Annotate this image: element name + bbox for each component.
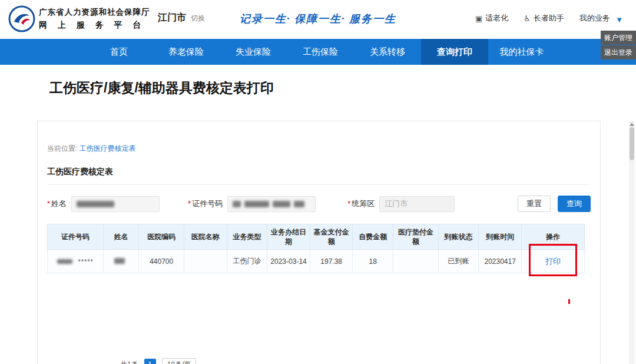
redacted-id-segment [294, 201, 304, 207]
cell-business-type: 工伤门诊 [227, 250, 267, 273]
wheelchair-icon: ♿ [524, 14, 531, 23]
nav-item-unemployment[interactable]: 失业保险 [220, 39, 287, 65]
name-input[interactable] [71, 196, 160, 212]
page-title: 工伤医疗/康复/辅助器具费核定表打印 [49, 79, 274, 97]
breadcrumb-label: 当前位置: [47, 144, 77, 153]
required-mark: * [47, 199, 50, 208]
nav-item-work-injury[interactable]: 工伤保险 [287, 39, 354, 65]
scrollbar-thumb[interactable] [630, 127, 634, 160]
cell-name [103, 250, 139, 273]
pagination: 共1条 1 10条/页 [120, 358, 196, 364]
region-value: 江门市 [385, 198, 408, 209]
accessibility-icon: ▣ [475, 14, 482, 23]
account-menu-caret-icon[interactable]: ▼ [615, 15, 623, 24]
my-business-label: 我的业务 [579, 13, 610, 24]
my-business-button[interactable]: 我的业务 [579, 13, 610, 24]
col-header-arrival-time: 到账时间 [479, 224, 522, 250]
required-mark: * [188, 199, 191, 208]
app-window: 广东省人力资源和社会保障厅 网 上 服 务 平 台 江门市 切换 记录一生· 保… [0, 0, 636, 364]
cell-id-number: ***** [48, 250, 104, 273]
nav-item-pension[interactable]: 养老保险 [153, 39, 220, 65]
nav-item-home[interactable]: 首页 [85, 39, 153, 65]
cell-hospital-name [184, 250, 227, 273]
cell-hospital-code: 440700 [139, 250, 184, 273]
results-table: 证件号码 姓名 医院编码 医院名称 业务类型 业务办结日期 基金支付金额 自费金… [47, 224, 585, 273]
col-header-arrival-status: 到账状态 [438, 224, 479, 250]
menu-item-account-management[interactable]: 账户管理 [601, 31, 636, 45]
vertical-scrollbar[interactable] [629, 121, 635, 364]
accessibility-label: 适老化 [485, 13, 508, 24]
redacted-id-segment [244, 201, 269, 207]
redacted-id-segment [233, 201, 241, 207]
cell-action: 打印 [521, 250, 584, 273]
breadcrumb-current-link[interactable]: 工伤医疗费核定表 [80, 144, 136, 153]
nav-item-transfer[interactable]: 关系转移 [354, 39, 421, 65]
section-title: 工伤医疗费核定表 [47, 167, 591, 185]
header-toolbar: ▣ 适老化 ♿ 长者助手 我的业务 [475, 13, 610, 24]
redacted-name-value [77, 201, 114, 207]
query-button[interactable]: 查询 [558, 196, 591, 212]
col-header-name: 姓名 [103, 224, 139, 250]
print-link[interactable]: 打印 [545, 257, 561, 266]
cell-fund-amount: 197.38 [310, 250, 353, 273]
cell-finish-date: 2023-03-14 [267, 250, 310, 273]
page-number-button[interactable]: 1 [144, 359, 156, 364]
col-header-hospital-name: 医院名称 [184, 224, 227, 250]
col-header-hospital-code: 医院编码 [139, 224, 184, 250]
elder-helper-label: 长者助手 [534, 13, 564, 24]
region-field-label: *统筹区 [347, 198, 375, 209]
table-header-row: 证件号码 姓名 医院编码 医院名称 业务类型 业务办结日期 基金支付金额 自费金… [48, 224, 585, 250]
cell-advance-amount [393, 250, 439, 273]
breadcrumb: 当前位置: 工伤医疗费核定表 [47, 144, 591, 154]
page-size-select[interactable]: 10条/页 [162, 358, 197, 364]
cell-arrival-status: 已到账 [438, 250, 479, 273]
nav-item-query-print[interactable]: 查询打印 [421, 39, 488, 65]
cell-arrival-time: 20230417 [479, 250, 522, 273]
col-header-finish-date: 业务办结日期 [267, 224, 310, 250]
scroll-up-arrow-icon[interactable] [630, 123, 634, 126]
col-header-business-type: 业务类型 [227, 224, 267, 250]
redacted-id-value [57, 259, 72, 264]
query-form: *姓名 *证件号码 *统筹区 江门市 重置 查询 [47, 196, 591, 212]
name-field-label: *姓名 [47, 198, 67, 209]
accessibility-mode-button[interactable]: ▣ 适老化 [475, 13, 508, 24]
id-mask-text: ***** [78, 258, 93, 265]
account-dropdown-menu: 账户管理 退出登录 [601, 31, 636, 60]
region-input[interactable]: 江门市 [379, 196, 455, 212]
col-header-action: 操作 [521, 224, 584, 250]
table-row: ***** 440700 工伤门诊 2023-03-14 197.38 18 已… [48, 250, 585, 273]
required-mark: * [347, 199, 350, 208]
top-header: 广东省人力资源和社会保障厅 网 上 服 务 平 台 江门市 切换 记录一生· 保… [0, 0, 636, 39]
id-number-input[interactable] [227, 196, 316, 212]
redacted-id-segment [273, 201, 290, 207]
menu-item-logout[interactable]: 退出登录 [601, 45, 636, 59]
redacted-name-value [114, 258, 125, 264]
col-header-fund-amount: 基金支付金额 [310, 224, 353, 250]
red-mark [568, 299, 570, 304]
nav-item-social-card[interactable]: 我的社保卡 [488, 39, 555, 65]
main-nav: 首页 养老保险 失业保险 工伤保险 关系转移 查询打印 我的社保卡 [0, 39, 636, 65]
id-field-label: *证件号码 [188, 198, 223, 209]
pagination-total: 共1条 [120, 360, 138, 364]
col-header-self-amount: 自费金额 [353, 224, 393, 250]
elder-helper-button[interactable]: ♿ 长者助手 [524, 13, 564, 24]
col-header-id: 证件号码 [48, 224, 104, 250]
form-buttons: 重置 查询 [518, 196, 591, 212]
content-panel: 当前位置: 工伤医疗费核定表 工伤医疗费核定表 *姓名 *证件号码 *统筹区 江… [37, 121, 601, 364]
col-header-advance-amount: 医疗垫付金额 [393, 224, 439, 250]
reset-button[interactable]: 重置 [518, 196, 551, 212]
cell-self-amount: 18 [353, 250, 393, 273]
